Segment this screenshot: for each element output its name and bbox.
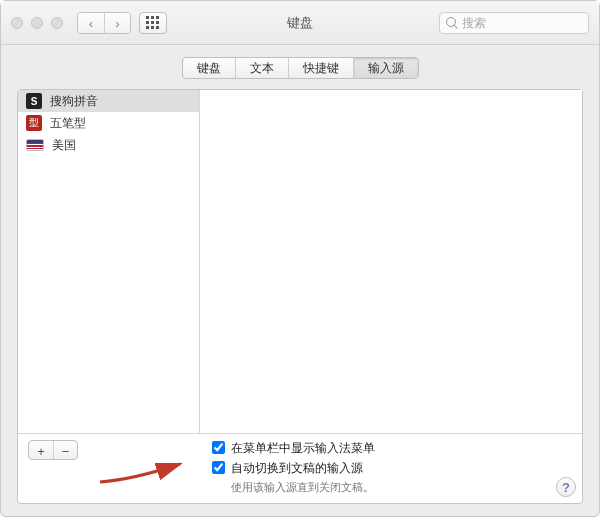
input-source-list[interactable]: S 搜狗拼音 型 五笔型 美国 xyxy=(18,90,200,433)
prefs-window: ‹ › 键盘 键盘 文本 快捷键 输入源 xyxy=(0,0,600,517)
opt-auto-switch-label: 自动切换到文稿的输入源 xyxy=(231,460,363,477)
tab-shortcuts[interactable]: 快捷键 xyxy=(288,58,353,78)
window-controls xyxy=(11,17,63,29)
annotation-arrow xyxy=(96,448,186,488)
input-source-detail xyxy=(200,90,582,433)
close-icon[interactable] xyxy=(11,17,23,29)
remove-button[interactable]: − xyxy=(53,441,77,460)
search-input[interactable] xyxy=(462,16,600,30)
input-source-label: 五笔型 xyxy=(50,115,86,132)
titlebar: ‹ › 键盘 xyxy=(1,1,599,45)
help-icon: ? xyxy=(562,480,570,495)
svg-rect-5 xyxy=(156,21,159,24)
svg-rect-7 xyxy=(151,26,154,29)
svg-rect-1 xyxy=(151,16,154,19)
svg-rect-8 xyxy=(156,26,159,29)
tabs-segmented: 键盘 文本 快捷键 输入源 xyxy=(182,57,419,79)
input-source-label: 搜狗拼音 xyxy=(50,93,98,110)
chevron-left-icon: ‹ xyxy=(89,16,93,31)
minimize-icon[interactable] xyxy=(31,17,43,29)
opt-show-input-menu-label: 在菜单栏中显示输入法菜单 xyxy=(231,440,375,457)
svg-rect-0 xyxy=(146,16,149,19)
add-button[interactable]: + xyxy=(29,441,53,460)
us-flag-icon xyxy=(26,139,44,151)
nav-buttons: ‹ › xyxy=(77,12,131,34)
opt-auto-switch-help: 使用该输入源直到关闭文稿。 xyxy=(231,480,375,495)
wubi-icon: 型 xyxy=(26,115,42,131)
checkbox-auto-switch[interactable] xyxy=(212,461,225,474)
chevron-right-icon: › xyxy=(115,16,119,31)
options: 在菜单栏中显示输入法菜单 自动切换到文稿的输入源 使用该输入源直到关闭文稿。 xyxy=(212,440,375,495)
arrow-icon xyxy=(96,454,186,490)
split-view: S 搜狗拼音 型 五笔型 美国 xyxy=(18,90,582,433)
tab-keyboard[interactable]: 键盘 xyxy=(183,58,235,78)
tabs-row: 键盘 文本 快捷键 输入源 xyxy=(1,45,599,83)
bottom-bar: + − 在菜单栏中显示输入法菜单 xyxy=(18,433,582,503)
input-source-row[interactable]: S 搜狗拼音 xyxy=(18,90,199,112)
tab-input-sources[interactable]: 输入源 xyxy=(353,58,418,78)
add-remove-group: + − xyxy=(28,440,78,460)
checkbox-show-input-menu[interactable] xyxy=(212,441,225,454)
show-all-button[interactable] xyxy=(139,12,167,34)
forward-button[interactable]: › xyxy=(104,13,130,34)
input-source-items: S 搜狗拼音 型 五笔型 美国 xyxy=(18,90,199,433)
svg-rect-6 xyxy=(146,26,149,29)
sogou-icon: S xyxy=(26,93,42,109)
back-button[interactable]: ‹ xyxy=(78,13,104,34)
input-source-row[interactable]: 美国 xyxy=(18,134,199,156)
search-icon xyxy=(446,17,458,29)
help-button[interactable]: ? xyxy=(556,477,576,497)
zoom-icon[interactable] xyxy=(51,17,63,29)
grid-icon xyxy=(146,16,160,30)
content-pane: S 搜狗拼音 型 五笔型 美国 + − xyxy=(17,89,583,504)
svg-rect-2 xyxy=(156,16,159,19)
svg-rect-3 xyxy=(146,21,149,24)
opt-show-input-menu[interactable]: 在菜单栏中显示输入法菜单 xyxy=(212,440,375,457)
tab-text[interactable]: 文本 xyxy=(235,58,288,78)
input-source-row[interactable]: 型 五笔型 xyxy=(18,112,199,134)
opt-auto-switch[interactable]: 自动切换到文稿的输入源 xyxy=(212,460,375,477)
input-source-label: 美国 xyxy=(52,137,76,154)
svg-rect-4 xyxy=(151,21,154,24)
search-field[interactable] xyxy=(439,12,589,34)
